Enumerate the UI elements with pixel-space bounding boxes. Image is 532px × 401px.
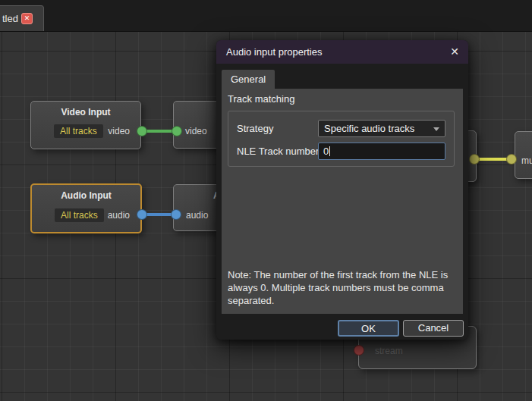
muxer-source-port[interactable] bbox=[469, 154, 480, 164]
video-output-port-label: video bbox=[108, 126, 130, 136]
document-tab-untitled[interactable]: tled ✕ bbox=[0, 5, 44, 31]
text-caret bbox=[329, 146, 330, 156]
app-window: tled ✕ Video Input All tracks video vide… bbox=[0, 0, 532, 401]
all-tracks-badge: All tracks bbox=[55, 208, 104, 222]
audio-input-port[interactable] bbox=[171, 209, 181, 220]
video-input-port[interactable] bbox=[172, 126, 182, 136]
chevron-down-icon bbox=[433, 127, 439, 131]
cancel-button[interactable]: Cancel bbox=[403, 320, 464, 337]
strategy-dropdown-value: Specific audio tracks bbox=[324, 123, 414, 134]
dialog-general-panel: Track matching Strategy Specific audio t… bbox=[222, 89, 463, 314]
track-matching-group-label: Track matching bbox=[228, 93, 294, 105]
stream-port-label: stream bbox=[375, 346, 403, 356]
nle-track-numbers-label: NLE Track numbers bbox=[237, 146, 324, 157]
node-video-input[interactable]: Video Input All tracks video bbox=[30, 101, 141, 149]
nle-track-numbers-input[interactable]: 0 bbox=[318, 143, 445, 160]
node-title: Audio Input bbox=[32, 190, 140, 201]
video-output-port[interactable] bbox=[137, 126, 147, 136]
audio-input-port-label: audio bbox=[186, 210, 208, 221]
dialog-close-icon[interactable]: ✕ bbox=[447, 44, 462, 59]
dialog-titlebar[interactable]: Audio input properties ✕ bbox=[216, 40, 468, 64]
document-tab-bar: tled ✕ bbox=[0, 0, 532, 32]
all-tracks-badge: All tracks bbox=[54, 124, 103, 138]
node-muxer[interactable]: mu bbox=[515, 131, 532, 179]
audio-output-port[interactable] bbox=[137, 209, 147, 220]
note-text: Note: The number of the first track from… bbox=[228, 268, 457, 307]
stream-input-port[interactable] bbox=[354, 345, 364, 356]
muxer-port-label: mu bbox=[521, 155, 532, 166]
node-title: Video Input bbox=[31, 107, 140, 117]
strategy-dropdown[interactable]: Specific audio tracks bbox=[318, 120, 445, 137]
audio-output-port-label: audio bbox=[108, 210, 130, 221]
tab-close-icon[interactable]: ✕ bbox=[21, 13, 33, 24]
document-tab-label: tled bbox=[2, 13, 18, 24]
dialog-title: Audio input properties bbox=[226, 40, 322, 64]
audio-input-properties-dialog: Audio input properties ✕ General Track m… bbox=[216, 40, 468, 340]
nle-track-numbers-value: 0 bbox=[323, 146, 329, 157]
tab-general[interactable]: General bbox=[222, 70, 275, 89]
video-input-port-label: video bbox=[185, 126, 207, 136]
node-audio-input[interactable]: Audio Input All tracks audio bbox=[30, 183, 142, 233]
ok-button[interactable]: OK bbox=[338, 320, 399, 337]
strategy-label: Strategy bbox=[237, 123, 273, 134]
muxer-input-port[interactable] bbox=[506, 154, 517, 164]
